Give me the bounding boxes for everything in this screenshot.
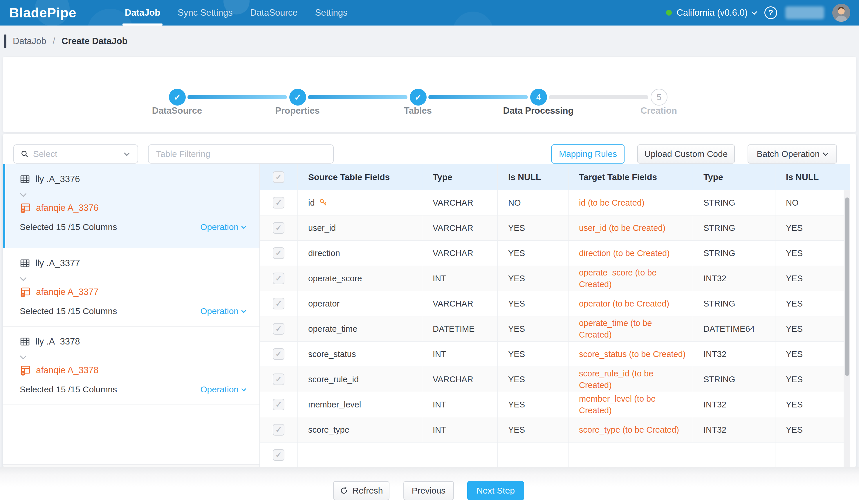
select-all-checkbox[interactable] <box>260 164 298 190</box>
target-table-create-icon <box>20 286 31 298</box>
select-placeholder: Select <box>33 149 125 159</box>
step-connector-4 <box>549 95 648 99</box>
source-field-cell: score_type <box>298 417 422 442</box>
target-type-cell: STRING <box>693 241 775 266</box>
upload-custom-code-button[interactable]: Upload Custom Code <box>637 144 735 163</box>
source-nullable-cell: YES <box>498 291 569 316</box>
table-filter-input[interactable] <box>148 144 334 163</box>
header-source-is-null: Is NULL <box>498 164 569 190</box>
checkbox-checked-icon <box>273 449 284 461</box>
nav-item-settings[interactable]: Settings <box>306 0 356 26</box>
step-number-data-processing: 4 <box>530 89 547 106</box>
field-row: score_status INT YES score_status (to be… <box>260 342 850 367</box>
next-step-button[interactable]: Next Step <box>467 481 524 500</box>
row-checkbox[interactable] <box>260 266 298 291</box>
source-table-name: lly .A_3376 <box>35 174 80 185</box>
table-pair-list: lly .A_3376 afanqie A_33 <box>3 164 260 467</box>
page-title: Create DataJob <box>61 36 127 46</box>
status-dot-icon <box>666 10 672 16</box>
source-type-cell: INT <box>422 417 498 442</box>
step-check-icon-datasource <box>169 89 186 106</box>
checkbox-checked-icon <box>273 272 284 284</box>
table-scrollbar[interactable] <box>844 190 850 467</box>
source-field-name: score_rule_id <box>308 375 359 384</box>
refresh-button[interactable]: Refresh <box>333 481 390 500</box>
expand-chevron-icon[interactable] <box>20 274 27 281</box>
row-checkbox[interactable] <box>260 392 298 417</box>
checkbox-checked-icon <box>273 424 284 436</box>
nav-item-sync-settings[interactable]: Sync Settings <box>169 0 241 26</box>
chevron-down-icon <box>241 308 246 313</box>
checkbox-checked-icon <box>273 323 284 335</box>
search-icon <box>21 150 28 158</box>
source-nullable-cell: YES <box>498 316 569 342</box>
target-table-create-icon <box>20 202 31 214</box>
breadcrumb-separator: / <box>52 36 55 46</box>
table-pair-item[interactable]: lly .A_3378 afanqie A_33 <box>3 327 259 405</box>
step-check-icon-tables <box>410 89 426 106</box>
target-field-cell: score_status (to be Created) <box>569 342 693 367</box>
row-checkbox[interactable] <box>260 417 298 442</box>
column-select-dropdown[interactable]: Select <box>13 144 138 163</box>
previous-button[interactable]: Previous <box>403 481 454 500</box>
wizard-footer: Refresh Previous Next Step <box>0 467 859 504</box>
field-row: operator VARCHAR YES operator (to be Cre… <box>260 291 850 316</box>
source-type-cell: INT <box>422 342 498 367</box>
target-nullable-cell: YES <box>775 342 850 367</box>
selected-columns-info: Selected 15 /15 Columns <box>20 222 117 232</box>
help-icon[interactable]: ? <box>764 6 777 19</box>
row-checkbox[interactable] <box>260 291 298 316</box>
field-row: operate_time DATETIME YES operate_time (… <box>260 316 850 342</box>
user-avatar[interactable] <box>832 4 850 22</box>
row-checkbox[interactable] <box>260 316 298 342</box>
target-table-name: afanqie A_3376 <box>36 203 99 213</box>
source-table-name: lly .A_3378 <box>35 336 80 347</box>
target-field-cell: id (to be Created) <box>569 190 693 216</box>
checkbox-checked-icon <box>273 222 284 234</box>
batch-operation-button[interactable]: Batch Operation <box>748 144 837 163</box>
target-table-name: afanqie A_3378 <box>36 365 99 376</box>
primary-key-icon <box>319 198 328 207</box>
row-checkbox[interactable] <box>260 241 298 266</box>
source-type-cell: VARCHAR <box>422 367 498 392</box>
row-checkbox[interactable] <box>260 190 298 216</box>
row-checkbox[interactable] <box>260 342 298 367</box>
row-checkbox[interactable] <box>260 367 298 392</box>
target-nullable-cell: NO <box>775 190 850 216</box>
target-field-cell: score_type (to be Created) <box>569 417 693 442</box>
avatar-illustration <box>832 4 850 22</box>
target-nullable-cell: YES <box>775 291 850 316</box>
batch-operation-label: Batch Operation <box>757 149 820 159</box>
source-nullable-cell: YES <box>498 367 569 392</box>
table-pair-item[interactable]: lly .A_3377 afanqie A_33 <box>3 248 259 327</box>
header-target-is-null: Is NULL <box>775 164 850 190</box>
nav-item-datajob[interactable]: DataJob <box>116 0 169 26</box>
expand-chevron-icon[interactable] <box>20 190 27 197</box>
target-nullable-cell: YES <box>775 241 850 266</box>
expand-chevron-icon[interactable] <box>20 353 27 360</box>
main-menu: DataJob Sync Settings DataSource Setting… <box>116 0 356 26</box>
breadcrumb: DataJob / Create DataJob <box>0 26 859 57</box>
scrollbar-thumb[interactable] <box>845 198 849 376</box>
row-checkbox[interactable] <box>260 216 298 241</box>
checkbox-checked-icon <box>273 247 284 259</box>
header-source-table-fields: Source Table Fields <box>298 164 422 190</box>
source-field-cell: operate_time <box>298 316 422 342</box>
operation-menu-link[interactable]: Operation <box>200 384 245 394</box>
target-field-cell: member_level (to be Created) <box>569 392 693 417</box>
step-connector-1 <box>187 95 287 99</box>
list-pagination: Total 3 items 1 <box>3 464 259 467</box>
mapping-rules-button[interactable]: Mapping Rules <box>552 144 624 163</box>
source-type-cell: VARCHAR <box>422 190 498 216</box>
breadcrumb-parent[interactable]: DataJob <box>13 36 46 46</box>
environment-selector[interactable]: California (v0.6.0) <box>666 7 756 18</box>
source-field-cell: direction <box>298 241 422 266</box>
nav-item-datasource[interactable]: DataSource <box>241 0 306 26</box>
navbar-right: California (v0.6.0) ? <box>666 0 850 26</box>
operation-menu-link[interactable]: Operation <box>200 222 245 232</box>
table-pair-item[interactable]: lly .A_3376 afanqie A_33 <box>3 164 259 248</box>
operation-menu-link[interactable]: Operation <box>200 306 245 316</box>
target-type-cell: INT32 <box>693 342 775 367</box>
target-field-cell: score_rule_id (to be Created) <box>569 367 693 392</box>
target-table-name: afanqie A_3377 <box>36 287 99 297</box>
